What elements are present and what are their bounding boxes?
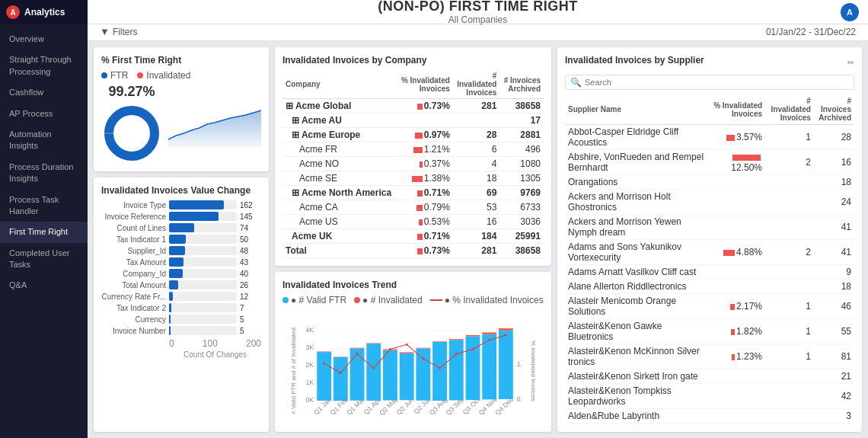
svg-rect-17: [350, 348, 365, 349]
company-name: Acme FR: [282, 142, 397, 157]
list-item[interactable]: Abbot-Casper Eldridge Cliff Acoustics 3.…: [565, 125, 854, 150]
company-inv: 281: [453, 244, 500, 258]
bar-value: 74: [240, 224, 261, 232]
list-item[interactable]: Ackers and Morrison Holt Ghostronics 24: [565, 190, 854, 215]
invalidated-dot: [137, 72, 143, 78]
company-inv: 16: [453, 215, 500, 229]
company-tbody: ⊞ Acme Global 0.73% 281 38658 ⊞ Acme AU …: [282, 99, 544, 258]
list-item[interactable]: Alasteir&Kenon Sirkett Iron gate 21: [565, 369, 854, 384]
company-inv: 28: [453, 128, 500, 142]
supplier-card: Invalidated Invoices by Supplier ✏ 🔍 Sup…: [557, 47, 862, 432]
sidebar-item[interactable]: Completed User Tasks: [0, 243, 88, 276]
table-row[interactable]: ⊞ Acme Europe 0.97% 28 2881: [282, 128, 544, 142]
table-row[interactable]: Acme FR 1.21% 6 496: [282, 142, 544, 157]
list-item[interactable]: Alasteir&Kenon McKinnon Silver tronics 1…: [565, 344, 854, 369]
search-input[interactable]: [585, 78, 849, 87]
bar-fill: [169, 315, 171, 324]
svg-rect-33: [482, 332, 496, 334]
svg-text:1K: 1K: [305, 379, 314, 386]
list-item[interactable]: Alane Allerton Riddllectronics 18: [565, 280, 854, 294]
trend-svg: 4K 3K 2K 1K 0K: [304, 309, 522, 430]
sidebar-item[interactable]: Cashflow: [0, 82, 88, 103]
sidebar-item[interactable]: Q&A: [0, 275, 88, 296]
supplier-inv: 1: [765, 344, 814, 369]
company-pct: 0.73%: [397, 244, 452, 258]
bar-label: Company_Id: [101, 270, 166, 278]
svg-rect-28: [449, 340, 464, 400]
sidebar: A Analytics OverviewStraight Through Pro…: [0, 0, 88, 438]
company-name: Acme UK: [282, 229, 397, 244]
y-right-label: % Invalidated Invoices: [530, 340, 537, 401]
svg-point-45: [472, 348, 474, 350]
company-pct: 0.97%: [397, 128, 452, 142]
svg-rect-25: [416, 348, 430, 349]
bar-track: [169, 200, 237, 209]
supplier-inv: 1: [765, 319, 814, 344]
svg-rect-30: [466, 336, 480, 400]
svg-rect-22: [400, 353, 414, 401]
bar-fill: [169, 303, 171, 312]
company-name: Acme US: [282, 215, 397, 229]
sidebar-item[interactable]: First Time Right: [0, 222, 88, 242]
sidebar-item[interactable]: Process Duration Insights: [0, 157, 88, 190]
list-item[interactable]: Alasteir Menicomb Orange Solutions 2.17%…: [565, 294, 854, 319]
sidebar-item[interactable]: AP Process: [0, 104, 88, 124]
page-title: (NON-PO) FIRST TIME RIGHT: [378, 0, 577, 14]
supplier-pct: [710, 215, 765, 240]
list-item[interactable]: Adams and Sons Yakunikov Vortexecurity 4…: [565, 240, 854, 265]
list-item[interactable]: Alasteir&Kenon Gawke Bluetronics 1.82% 1…: [565, 319, 854, 344]
table-row[interactable]: Total 0.73% 281 38658: [282, 244, 544, 258]
svg-rect-26: [432, 342, 447, 401]
table-row[interactable]: Acme NO 0.37% 4 1080: [282, 157, 544, 171]
supplier-search-bar[interactable]: 🔍: [565, 75, 854, 90]
bar-track: [169, 212, 237, 221]
sidebar-item[interactable]: Overview: [0, 29, 88, 50]
list-item[interactable]: Alden&Rube Labyrinth 3: [565, 409, 854, 424]
bar-label: Currency Rate Fr...: [101, 293, 166, 301]
pct-label: ● % Invalidated Invoices: [445, 295, 544, 305]
bar-value: 5: [240, 315, 261, 324]
table-row[interactable]: Acme US 0.53% 16 3036: [282, 215, 544, 229]
supplier-arch: 55: [814, 319, 854, 344]
bar-label: Tax Indicator 2: [101, 304, 166, 312]
sidebar-item[interactable]: Straight Through Processing: [0, 50, 88, 82]
table-row[interactable]: Acme SE 1.38% 18 1305: [282, 171, 544, 186]
list-item[interactable]: Adams Arnatt Vasilkov Cliff cast 9: [565, 265, 854, 280]
bar-fill: [169, 246, 185, 255]
table-row[interactable]: Acme CA 0.79% 53 6733: [282, 200, 544, 215]
svg-rect-31: [466, 335, 480, 337]
table-row[interactable]: ⊞ Acme AU 17: [282, 113, 544, 128]
edit-icon[interactable]: ✏: [847, 58, 854, 68]
supplier-arch: 9: [814, 265, 854, 280]
sidebar-item[interactable]: Process Task Handler: [0, 190, 88, 222]
list-item[interactable]: Abshire, VonRueden and Rempel Bernhardt …: [565, 150, 854, 175]
user-avatar[interactable]: A: [841, 3, 859, 21]
s-col-inv: # InvalidatedInvoices: [765, 94, 814, 125]
supplier-pct: [710, 369, 765, 384]
list-item[interactable]: Ackers and Morrison Yewen Nymph dream 41: [565, 215, 854, 240]
bar-value: 5: [240, 327, 261, 335]
table-row[interactable]: ⊞ Acme North America 0.71% 69 9769: [282, 186, 544, 200]
company-arch: 1305: [499, 171, 544, 186]
supplier-pct: [710, 175, 765, 190]
supplier-arch: 16: [814, 150, 854, 175]
bar-fill: [169, 257, 183, 267]
bar-value: 40: [240, 270, 261, 278]
bar-value: 26: [240, 281, 261, 289]
list-item[interactable]: Alasteir&Kenon Tompkiss Leopardworks 42: [565, 384, 854, 409]
list-item[interactable]: Orangations 18: [565, 175, 854, 190]
filter-button[interactable]: ▼ Filters: [100, 26, 138, 37]
sidebar-item[interactable]: Automation Insights: [0, 124, 88, 157]
list-item[interactable]: AlejandrosDumper Tallowe Rivercords 187: [565, 424, 854, 425]
s-col-pct: % InvalidatedInvoices: [710, 94, 765, 125]
supplier-inv: 1: [765, 125, 814, 150]
y-right-label-wrap: % Invalidated Invoices: [522, 309, 544, 432]
table-row[interactable]: ⊞ Acme Global 0.73% 281 38658: [282, 99, 544, 113]
supplier-arch: 41: [814, 240, 854, 265]
supplier-name: Ackers and Morrison Yewen Nymph dream: [565, 215, 710, 240]
svg-rect-14: [333, 357, 348, 401]
supplier-arch: 41: [814, 215, 854, 240]
table-row[interactable]: Acme UK 0.71% 184 25991: [282, 229, 544, 244]
supplier-pct: 12.50%: [710, 150, 765, 175]
bar-label: Invoice Type: [101, 201, 166, 209]
